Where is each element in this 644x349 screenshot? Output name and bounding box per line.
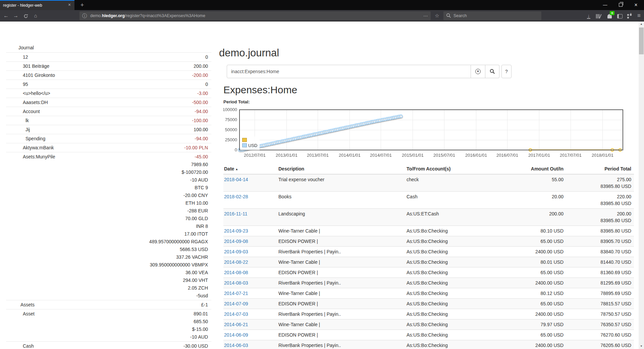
maximize-button[interactable]: [613, 0, 628, 10]
account-link[interactable]: Asets:MunyPile: [6, 153, 55, 300]
page-scrollbar[interactable]: ▲ ▼: [639, 21, 644, 349]
transaction-date-link[interactable]: 2014-09-03: [224, 249, 248, 254]
register-row[interactable]: 2014-07-03RiverBank Properties | Payin..…: [223, 309, 634, 319]
transaction-description: RiverBank Properties | Payin..: [278, 340, 406, 349]
account-link[interactable]: Assets: [6, 301, 35, 309]
transaction-date-link[interactable]: 2014-07-09: [224, 301, 248, 306]
scroll-down-icon[interactable]: ▼: [639, 344, 644, 349]
register-row[interactable]: 2014-06-03RiverBank Properties | Payin..…: [223, 340, 634, 349]
register-row[interactable]: 2014-08-22Wine-Tarner Cable |As:US:Bo:Ch…: [223, 257, 634, 267]
tab-close-icon[interactable]: ×: [67, 2, 72, 7]
register-row[interactable]: 2014-08-03RiverBank Properties | Payin..…: [223, 278, 634, 288]
page-actions-icon[interactable]: ⋯: [423, 11, 428, 20]
transaction-date-link[interactable]: 2014-08-03: [224, 280, 248, 286]
transaction-amount: 20.00: [496, 192, 566, 209]
account-link[interactable]: 95: [6, 81, 28, 88]
transaction-date-link[interactable]: 2014-09-23: [224, 228, 248, 234]
column-date[interactable]: Date▲: [223, 164, 278, 174]
register-row[interactable]: 2014-07-09EDISON POWER |As:US:Bo:Checkin…: [223, 299, 634, 309]
account-link[interactable]: Spending: [6, 135, 45, 143]
forward-button[interactable]: →: [11, 10, 20, 21]
sidebar-toggle-button[interactable]: [615, 10, 625, 21]
transaction-date-link[interactable]: 2018-04-14: [224, 177, 248, 182]
balance-amount: 7989.60: [55, 161, 208, 168]
column-description: Description: [278, 164, 406, 174]
apps-grid-button[interactable]: +: [625, 10, 634, 21]
transaction-date-link[interactable]: 2018-02-28: [224, 194, 248, 199]
account-link[interactable]: Jij: [6, 126, 30, 134]
toolbar-search[interactable]: Search: [443, 11, 541, 20]
back-button[interactable]: ←: [1, 10, 11, 21]
balance-amount: -500.00: [48, 99, 208, 106]
transaction-date-link[interactable]: 2014-08-08: [224, 270, 248, 275]
home-button[interactable]: ⌂: [31, 10, 40, 21]
register-row[interactable]: 2018-02-28BooksCash20.00220.0083985.80 U…: [223, 192, 634, 209]
account-link[interactable]: 12: [6, 53, 28, 61]
account-row: 4101 Girokonto-200.00: [6, 70, 211, 80]
transaction-date-link[interactable]: 2016-11-11: [224, 211, 248, 216]
tab-title: register - hledger-web: [3, 3, 42, 8]
clear-query-button[interactable]: ×: [471, 65, 485, 78]
register-row[interactable]: 2014-08-08EDISON POWER |As:US:Bo:Checkin…: [223, 267, 634, 278]
scroll-up-icon[interactable]: ▲: [639, 21, 644, 27]
account-link[interactable]: 301 Beiträge: [6, 62, 49, 70]
scrollbar-thumb[interactable]: [639, 28, 644, 54]
balance-amount: 685.50: [35, 318, 208, 326]
menu-button[interactable]: ≡: [634, 10, 644, 21]
new-tab-button[interactable]: +: [78, 1, 87, 9]
account-link[interactable]: <u>hello</u>: [6, 90, 50, 97]
transaction-date-link[interactable]: 2014-09-08: [224, 239, 248, 244]
transaction-date-link[interactable]: 2014-06-21: [224, 322, 248, 327]
transaction-description: EDISON POWER |: [278, 299, 406, 309]
extension-button[interactable]: 0: [605, 10, 614, 21]
register-row[interactable]: 2014-06-09EDISON POWER |As:US:Bo:Checkin…: [223, 330, 634, 340]
transaction-account: As:US:Bo:Checking: [406, 226, 496, 236]
page-info-icon[interactable]: ⓘ: [82, 11, 87, 20]
register-row[interactable]: 2014-06-21Wine-Tarner Cable |As:US:Bo:Ch…: [223, 319, 634, 330]
register-row[interactable]: 2014-09-23Wine-Tarner Cable |As:US:Bo:Ch…: [223, 226, 634, 236]
register-row[interactable]: 2016-11-11LandscapingAs:US:ET:Cash200.00…: [223, 209, 634, 226]
transaction-date-link[interactable]: 2014-06-09: [224, 332, 248, 338]
account-balance: -30.00 USD: [34, 342, 211, 349]
transaction-description: Landscaping: [278, 209, 406, 226]
transaction-date-link[interactable]: 2014-07-21: [224, 291, 248, 296]
sidebar-journal-link[interactable]: Journal: [6, 43, 211, 52]
balance-amount: 70.00 GLD: [55, 215, 208, 222]
reload-button[interactable]: [21, 10, 31, 21]
account-link[interactable]: Aktywa:mBank: [6, 144, 54, 152]
register-row[interactable]: 2014-09-08EDISON POWER |As:US:Bo:Checkin…: [223, 236, 634, 247]
period-total-cell: 78815.57 USD: [566, 299, 634, 309]
account-link[interactable]: Asset: [6, 310, 35, 341]
sidebar-toggle-icon: [617, 14, 623, 18]
library-button[interactable]: [594, 10, 603, 21]
url-bar[interactable]: ⓘ demo.hledger.org/register?q=inacct%3AE…: [79, 11, 431, 20]
browser-tab[interactable]: register - hledger-web ×: [0, 0, 74, 10]
transaction-date-link[interactable]: 2014-08-22: [224, 259, 248, 265]
transaction-date-link[interactable]: 2014-07-03: [224, 311, 248, 317]
period-total-line: 81360.69 USD: [567, 269, 631, 276]
magnifier-icon: [490, 69, 495, 74]
bookmark-star-icon[interactable]: ☆: [433, 11, 441, 20]
account-link[interactable]: lk: [6, 117, 29, 124]
download-button[interactable]: ↓: [584, 10, 593, 21]
account-row: Account-94.00: [6, 107, 211, 116]
transaction-date-cell: 2016-11-11: [223, 209, 278, 226]
account-balance: -3.00: [50, 90, 211, 97]
account-link[interactable]: Account: [6, 108, 40, 115]
transaction-date-link[interactable]: 2014-06-03: [224, 343, 248, 348]
account-link[interactable]: Cash: [6, 342, 34, 349]
query-input[interactable]: [227, 65, 471, 78]
register-row[interactable]: 2014-07-21Wine-Tarner Cable |As:US:Bo:Ch…: [223, 288, 634, 299]
register-row[interactable]: 2014-09-03RiverBank Properties | Payin..…: [223, 247, 634, 257]
register-row[interactable]: 2018-04-14Trial expense vouchercheck55.0…: [223, 174, 634, 192]
account-balance: -94.00: [40, 108, 211, 115]
search-submit-button[interactable]: [485, 65, 499, 78]
help-button[interactable]: ?: [501, 65, 512, 78]
balance-amount: 294.00 VHT: [55, 277, 208, 284]
balance-amount: 489.957000000000 RGAGX: [55, 238, 208, 246]
close-icon: ×: [634, 2, 637, 8]
account-link[interactable]: Aaasets:DH: [6, 99, 48, 106]
account-link[interactable]: 4101 Girokonto: [6, 71, 55, 79]
transaction-date-cell: 2014-08-03: [223, 278, 278, 288]
minimize-button[interactable]: —: [597, 0, 613, 10]
